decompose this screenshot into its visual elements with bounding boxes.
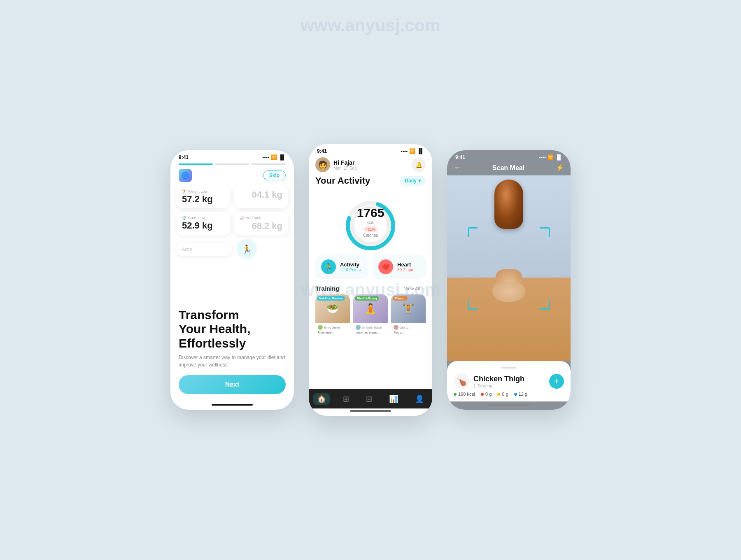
- onboarding-header: 🌀 Skip: [170, 169, 294, 185]
- trainer-avatar-2: [356, 325, 361, 330]
- scan-nav-icon: ⊟: [366, 394, 372, 404]
- next-button[interactable]: Next: [179, 375, 286, 394]
- training-card-3[interactable]: 🏋️ Fitnes... Lisa C... This p...: [391, 294, 426, 336]
- current-wt-card: ⚖️ Current wt 52.9 kg: [176, 212, 230, 236]
- trainer-row-2: Dr. Mark Sutton: [356, 325, 385, 330]
- weight-log-secondary-card: 04.1 kg: [234, 185, 288, 208]
- food-info: Chicken Thigh 1 Serving: [473, 375, 524, 388]
- watermark-top: www.anyusj.com: [301, 16, 440, 35]
- nutrition-carb: 0 g: [497, 392, 508, 397]
- battery-icon-3: ▐▌: [555, 154, 562, 160]
- carb-value: 0 g: [502, 392, 508, 397]
- wt-track-card: 📈 Wt Track 68.2 kg: [234, 212, 288, 236]
- drag-handle: [501, 367, 516, 369]
- current-wt-icon: ⚖️: [182, 216, 186, 220]
- view-all-button[interactable]: View All →: [404, 286, 426, 291]
- bottom-nav: 🏠 ⊞ ⊟ 📊 👤: [309, 389, 432, 408]
- status-time-3: 9:41: [455, 154, 465, 160]
- nav-layers[interactable]: ⊞: [339, 393, 353, 405]
- activity-stat-name: Activity: [340, 261, 361, 268]
- user-text: Hi Fajar Mon, 17 Sep: [333, 159, 357, 170]
- camera-view: [447, 175, 571, 361]
- app-logo: 🌀: [179, 169, 192, 182]
- dot-blue: [514, 393, 517, 396]
- training-header: Training View All →: [309, 282, 432, 294]
- stats-row: 🏃 Activity +2.0 Points ❤️ Heart 80.2 bpm: [309, 252, 432, 282]
- trainer-avatar-3: [394, 325, 398, 330]
- logo-icon: 🌀: [181, 172, 189, 180]
- training-card-2[interactable]: 🧘 Mindful Eating Dr. Mark Sutton Learn t…: [353, 294, 388, 336]
- back-button[interactable]: ←: [454, 163, 461, 172]
- wt-track-label: Wt Track: [246, 216, 261, 220]
- result-left: 🍗 Chicken Thigh 1 Serving: [454, 373, 524, 389]
- dot-red: [481, 393, 484, 396]
- nav-stats[interactable]: 📊: [385, 393, 402, 405]
- weight-icon: 🏋️: [182, 189, 186, 194]
- user-info: 🧑 Hi Fajar Mon, 17 Sep: [315, 157, 357, 172]
- nutrition-row: 160 kcal 0 g 0 g 12 g: [454, 392, 564, 397]
- user-greeting: Hi Fajar: [333, 159, 357, 166]
- weight-log-secondary-value: 04.1 kg: [240, 189, 282, 200]
- user-avatar: 🧑: [315, 157, 330, 172]
- activity-stat-sub: +2.0 Points: [340, 268, 361, 272]
- activity-stat-text: Activity +2.0 Points: [340, 261, 361, 272]
- training-card-bottom-2: Dr. Mark Sutton Learn techniques...: [353, 323, 388, 336]
- scan-header: ← Scan Meal ⚡: [447, 162, 571, 175]
- activity-label: Activ: [182, 247, 226, 252]
- flash-button[interactable]: ⚡: [556, 164, 564, 172]
- food-serving: 1 Serving: [473, 383, 524, 388]
- progress-seg-2: [215, 163, 249, 165]
- activity-bubble: 🏃: [236, 239, 257, 259]
- calories-badge: +21%: [363, 226, 377, 232]
- scan-title: Scan Meal: [492, 164, 524, 172]
- nav-profile[interactable]: 👤: [411, 393, 428, 405]
- corner-bl: [468, 300, 478, 310]
- daily-button[interactable]: Daily ▾: [400, 176, 426, 186]
- bell-icon: 🔔: [415, 161, 422, 168]
- activity-card: Activ: [176, 243, 232, 256]
- training-desc-1: From meal...: [318, 331, 347, 334]
- food-icon: 🍗: [457, 376, 467, 386]
- training-title: Training: [315, 285, 339, 292]
- trainer-row-1: Emily Green: [318, 325, 347, 330]
- signal-icon-1: ▪▪▪▪: [262, 154, 269, 160]
- progress-seg-3: [252, 163, 286, 165]
- battery-icon-1: ▐▌: [279, 154, 286, 160]
- nav-scan[interactable]: ⊟: [362, 393, 376, 405]
- heading-line3: Effortlessly: [179, 336, 246, 350]
- kcal-value: 160 kcal: [458, 392, 475, 397]
- onboarding-subtext: Discover a smarter way to manage your di…: [179, 354, 286, 369]
- calories-unit: kcal: [357, 220, 384, 225]
- scan-frame: [468, 227, 550, 310]
- heart-stat-icon: ❤️: [378, 259, 393, 274]
- main-heading: Transform Your Health, Effortlessly: [179, 308, 286, 351]
- heart-stat-card: ❤️ Heart 80.2 bpm: [373, 254, 426, 279]
- add-food-button[interactable]: +: [549, 374, 564, 389]
- activity-stat-card: 🏃 Activity +2.0 Points: [315, 254, 368, 279]
- stats-nav-icon: 📊: [389, 394, 398, 404]
- nutrition-kcal: 160 kcal: [454, 392, 475, 397]
- nav-home[interactable]: 🏠: [313, 393, 330, 405]
- trainer-name-1: Emily Green: [324, 326, 340, 329]
- training-card-1[interactable]: 🥗 Nutrition Mastery Emily Green From mea…: [315, 294, 350, 336]
- trainer-avatar-1: [318, 325, 323, 330]
- skip-button[interactable]: Skip: [263, 170, 286, 180]
- weight-log-value: 57.2 kg: [182, 194, 224, 204]
- training-card-bottom-3: Lisa C... This p...: [391, 323, 426, 336]
- calories-number: 1765: [357, 206, 384, 220]
- user-date: Mon, 17 Sep: [333, 166, 357, 170]
- training-cards-row: 🥗 Nutrition Mastery Emily Green From mea…: [309, 294, 432, 336]
- dot-yellow: [497, 393, 500, 396]
- bell-button[interactable]: 🔔: [412, 158, 426, 172]
- activity-icon: 🏃: [324, 263, 333, 271]
- heading-line2: Your Health,: [179, 322, 250, 336]
- training-tag-1: Nutrition Mastery: [317, 296, 345, 301]
- status-icons-1: ▪▪▪▪ 🛜 ▐▌: [262, 154, 286, 160]
- training-desc-3: This p...: [394, 331, 423, 334]
- battery-icon-2: ▐▌: [417, 148, 424, 154]
- training-card-bottom-1: Emily Green From meal...: [315, 323, 350, 336]
- progress-bar-row: [170, 162, 294, 169]
- weight-log-label: 🏋️ Weight Log: [182, 189, 224, 194]
- wt-track-value: 68.2 kg: [240, 221, 282, 231]
- weight-log-card: 🏋️ Weight Log 57.2 kg: [176, 185, 230, 208]
